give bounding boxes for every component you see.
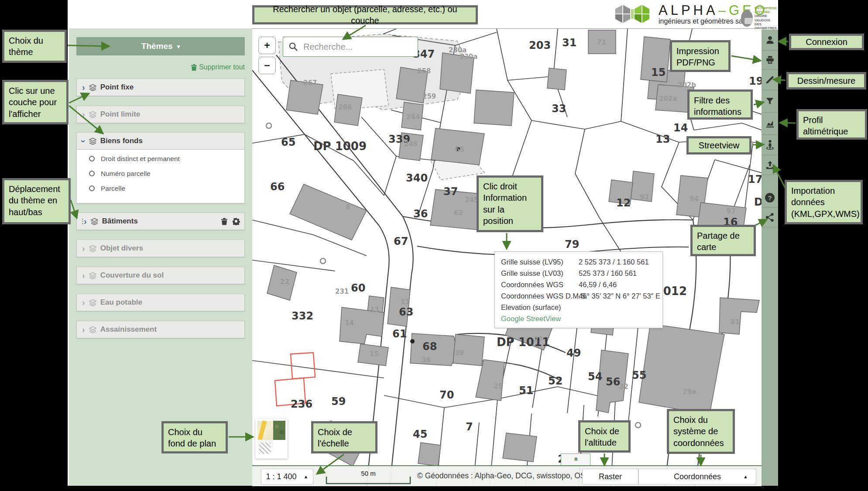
map-label: 19 xyxy=(749,75,762,87)
map-label: 25 xyxy=(494,382,503,390)
login-button[interactable] xyxy=(762,30,778,51)
map-label: 45 xyxy=(413,428,427,440)
layer-row-objet-divers[interactable]: › Objet divers xyxy=(76,240,245,257)
zoom-in-button[interactable]: + xyxy=(258,37,276,54)
layer-row-point-limite[interactable]: › Point limite xyxy=(76,106,245,123)
biens-fonds-sublayers: Droit distinct et permanent Numéro parce… xyxy=(76,150,245,203)
map-label: 97 xyxy=(727,207,736,215)
map-label: 13 xyxy=(655,133,670,145)
map-label: 55 xyxy=(632,369,646,381)
elevation-chart-icon xyxy=(765,119,775,129)
bottom-status-bar: 1 : 1 400 ▲ 50 m © Géodonnées : Alpha-Ge… xyxy=(252,465,762,486)
print-button[interactable] xyxy=(762,51,778,70)
map-label: 266 xyxy=(338,103,352,111)
sublayer-droit-distinct[interactable]: Droit distinct et permanent xyxy=(77,153,244,165)
search-box[interactable] xyxy=(283,37,418,57)
map-label: 340 xyxy=(406,172,428,184)
map-label: 93 xyxy=(640,193,649,201)
search-icon xyxy=(288,42,298,52)
themes-dropdown[interactable]: Thèmes ▾ xyxy=(76,37,245,55)
caret-up-icon: ▲ xyxy=(743,474,748,479)
gear-icon[interactable] xyxy=(232,217,240,225)
annotation-clic-couche: Clic sur une couche pour l'afficher xyxy=(2,80,69,124)
sublayer-numero-parcelle[interactable]: Numéro parcelle xyxy=(77,168,244,179)
zoom-out-button[interactable]: − xyxy=(258,57,276,74)
right-toolbar: ? xyxy=(762,30,778,486)
map-label: 244 xyxy=(406,113,420,121)
layers-icon xyxy=(89,299,97,306)
share-map-button[interactable] xyxy=(762,208,778,227)
map-label: 231 xyxy=(335,288,349,295)
radio-icon xyxy=(89,156,95,161)
chevron-right-icon: › xyxy=(84,216,87,227)
map-label: 65 xyxy=(281,136,295,148)
annotation-filtre: Filtre des informations xyxy=(687,89,753,120)
chevron-right-icon: › xyxy=(82,244,85,254)
layers-sidebar: Thèmes ▾ Supprimer tout › Point fixe › P… xyxy=(69,28,253,486)
share-icon xyxy=(765,213,775,222)
map-label: 32 xyxy=(619,383,628,391)
drag-handle-icon[interactable]: ⋮ xyxy=(79,219,84,223)
draw-measure-button[interactable] xyxy=(762,70,778,90)
copyright-attribution: © Géodonnées : Alpha-Geo, DCG, swisstopo… xyxy=(417,471,592,481)
map-label: 94 xyxy=(690,195,699,203)
map-label: 27 xyxy=(534,336,543,343)
annotation-systeme-coordonnees: Choix du système de coordonnées xyxy=(667,409,735,454)
brush-icon xyxy=(765,75,775,85)
map-label: 7 xyxy=(466,421,473,433)
map-label: 22 xyxy=(280,278,289,286)
map-label: 12 xyxy=(616,197,631,209)
map-label: 81 xyxy=(731,318,740,326)
map-label: 332 xyxy=(292,310,313,322)
map-label: 56 xyxy=(606,376,620,388)
layers-icon xyxy=(89,137,97,145)
map-label: 8 xyxy=(346,203,350,211)
map-label: 246 xyxy=(404,140,418,148)
map-label: 13 xyxy=(370,306,379,314)
layer-row-biens-fonds[interactable]: › Biens fonds xyxy=(76,132,245,150)
map-label: 37 xyxy=(443,185,458,198)
basemap-switcher-thumbnail[interactable] xyxy=(255,419,288,459)
map-label: 36 xyxy=(413,208,428,220)
basemap-aerial-thumb xyxy=(273,421,285,440)
help-button[interactable]: ? xyxy=(762,188,778,208)
layer-row-point-fixe[interactable]: › Point fixe xyxy=(76,79,245,96)
chevron-down-icon: ▾ xyxy=(177,43,180,50)
map-label: 11 xyxy=(401,298,410,306)
streetview-button[interactable] xyxy=(762,135,778,155)
layer-row-batiments[interactable]: ⋮ › Bâtiments xyxy=(76,213,245,230)
map-label: 259 xyxy=(422,93,436,100)
badge-icon xyxy=(741,10,753,27)
screenshot-canvas: ALPHA–GEO ingénieurs et géomètres sa ENT… xyxy=(0,0,868,491)
map-label: 52 xyxy=(548,375,563,387)
layer-row-assainissement[interactable]: › Assainissement xyxy=(76,321,245,338)
sublayer-parcelle[interactable]: Parcelle xyxy=(77,182,244,194)
clear-all-button[interactable]: Supprimer tout xyxy=(76,63,245,71)
map-label: 17 xyxy=(748,173,762,185)
scale-dropdown[interactable]: 1 : 1 400 ▲ xyxy=(261,469,313,484)
filter-info-button[interactable] xyxy=(762,90,778,113)
map-label: 79 xyxy=(565,238,579,251)
trash-icon[interactable] xyxy=(221,217,228,225)
import-data-button[interactable] xyxy=(762,155,778,175)
coordinate-system-dropdown[interactable]: Coordonnées ▲ xyxy=(638,469,756,484)
map-label: 61 xyxy=(392,328,407,340)
layer-row-couverture-du-sol[interactable]: › Couverture du sol xyxy=(76,267,245,284)
map-label: 15 xyxy=(370,350,379,358)
annotation-partage: Partage de carte xyxy=(690,225,756,256)
map-label: 49 xyxy=(566,347,581,359)
altitude-raster-dropdown[interactable]: Raster xyxy=(582,469,638,484)
google-streetview-link[interactable]: Google StreetView xyxy=(501,315,561,323)
basemap-roadmap-thumb xyxy=(257,421,273,440)
chevron-right-icon: › xyxy=(82,110,85,120)
elevation-profile-button[interactable] xyxy=(762,113,778,135)
annotation-clic-droit: Clic droit Information sur la position xyxy=(477,175,543,232)
layers-icon xyxy=(89,326,97,333)
search-input[interactable] xyxy=(302,41,405,52)
bottombar-collapse-button[interactable]: » xyxy=(561,453,590,466)
chevron-right-icon: › xyxy=(82,298,85,308)
layer-row-eau-potable[interactable]: › Eau potable xyxy=(76,294,245,311)
funnel-icon xyxy=(765,96,775,106)
map-label: 202b xyxy=(678,81,696,89)
layers-icon xyxy=(89,272,97,279)
